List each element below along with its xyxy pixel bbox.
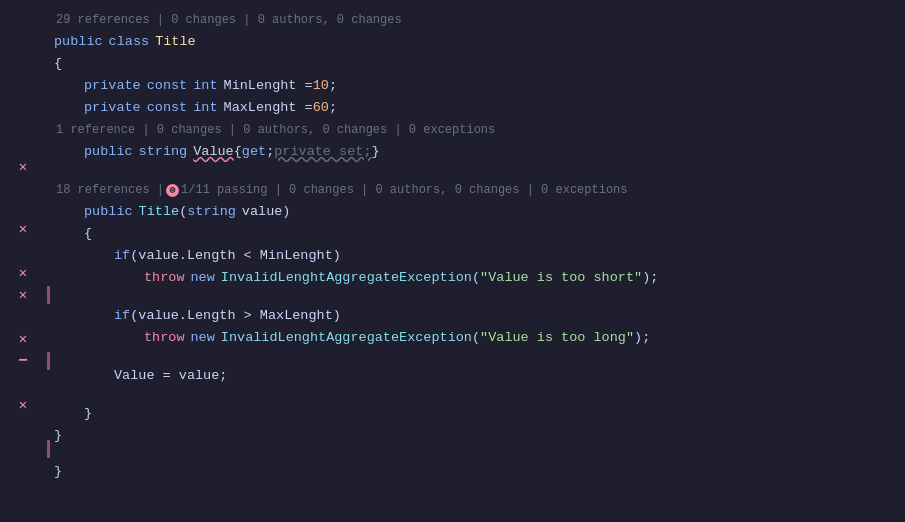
minus-icon: − — [18, 353, 28, 369]
kw-private-set: private set; — [274, 144, 371, 159]
code-line-ctor-close: } — [54, 402, 905, 424]
meta-text-value: 1 reference | 0 changes | 0 authors, 0 c… — [56, 123, 495, 137]
kw-private: private — [84, 78, 141, 93]
gutter-row — [0, 482, 46, 504]
gutter-row — [0, 438, 46, 460]
code-line-min: private const int MinLenght = 10 ; — [54, 74, 905, 96]
method-title: Title — [139, 204, 180, 219]
kw-if1: if — [114, 248, 130, 263]
code-line-throw-short: throw new InvalidLenghtAggregateExceptio… — [54, 266, 905, 288]
gutter-row — [0, 94, 46, 116]
gutter-row — [0, 372, 46, 394]
kw-throw2: throw — [144, 330, 185, 345]
kw-int2: int — [193, 100, 217, 115]
kw-new1: new — [191, 270, 215, 285]
paren-open2: ( — [472, 330, 480, 345]
gutter-row — [0, 178, 46, 200]
meta-references-top: 29 references | 0 changes | 0 authors, 0… — [54, 10, 905, 30]
error-icon: ✕ — [19, 332, 27, 346]
gutter-row — [0, 504, 46, 522]
kw-string2: string — [187, 204, 236, 219]
kw-public3: public — [84, 204, 133, 219]
brace-ns-close: } — [54, 464, 62, 479]
meta-text: 29 references | 0 changes | 0 authors, 0… — [56, 13, 402, 27]
string-too-long: "Value is too long" — [480, 330, 634, 345]
code-line-empty2 — [54, 288, 905, 304]
error-badge: ⊗ — [166, 184, 179, 197]
code-line-class-close: } — [54, 424, 905, 446]
gutter-row — [0, 460, 46, 482]
exception-class1: InvalidLenghtAggregateException — [221, 270, 472, 285]
gutter: ✕ ✕ ✕ ✕ ✕ − ✕ — [0, 4, 46, 522]
code-line-value-assign: Value = value; — [54, 364, 905, 386]
code-line-throw-long: throw new InvalidLenghtAggregateExceptio… — [54, 326, 905, 348]
if2-paren: (value.Length > MaxLenght) — [130, 308, 341, 323]
gutter-row-x3: ✕ — [0, 262, 46, 284]
semicolon-get: ; — [266, 144, 274, 159]
code-line-value-prop: public string Value { get ; private set;… — [54, 140, 905, 162]
code-line-empty5 — [54, 446, 905, 460]
brace-ctor-open: { — [84, 226, 92, 241]
code-line-constructor: public Title ( string value) — [54, 200, 905, 222]
gutter-row-x1: ✕ — [0, 156, 46, 178]
brace-class-close: } — [54, 428, 62, 443]
gutter-row — [0, 240, 46, 262]
gutter-row-x5: ✕ — [0, 328, 46, 350]
gutter-row — [0, 416, 46, 438]
gutter-row-x4: ✕ — [0, 284, 46, 306]
assign-stmt: Value = value; — [114, 368, 227, 383]
kw-get: get — [242, 144, 266, 159]
paren-close2: ); — [634, 330, 650, 345]
if1-paren-open: (value.Length < MinLenght) — [130, 248, 341, 263]
code-line-max: private const int MaxLenght = 60 ; — [54, 96, 905, 118]
brace-get-open: { — [234, 144, 242, 159]
kw-private2: private — [84, 100, 141, 115]
keyword-class: class — [109, 34, 150, 49]
gutter-row — [0, 306, 46, 328]
gutter-row-x2: ✕ — [0, 218, 46, 240]
val-10: 10 — [313, 78, 329, 93]
gutter-row — [0, 50, 46, 72]
gutter-row — [0, 116, 46, 138]
kw-int: int — [193, 78, 217, 93]
code-area: 29 references | 0 changes | 0 authors, 0… — [50, 4, 905, 522]
prop-value: Value — [193, 144, 234, 159]
gutter-row-x6: ✕ — [0, 394, 46, 416]
kw-string: string — [139, 144, 188, 159]
code-line-open-brace: { — [54, 52, 905, 74]
paren-open1: ( — [472, 270, 480, 285]
brace-get-close: } — [371, 144, 379, 159]
exception-class2: InvalidLenghtAggregateException — [221, 330, 472, 345]
gutter-row — [0, 72, 46, 94]
kw-public2: public — [84, 144, 133, 159]
code-line-empty3 — [54, 348, 905, 364]
code-line-if-min: if (value.Length < MinLenght) — [54, 244, 905, 266]
code-line-if-max: if (value.Length > MaxLenght) — [54, 304, 905, 326]
val-60: 60 — [313, 100, 329, 115]
gutter-row-dash: − — [0, 350, 46, 372]
code-line-class-decl: public class Title — [54, 30, 905, 52]
error-icon: ✕ — [19, 222, 27, 236]
semicolon: ; — [329, 78, 337, 93]
string-too-short: "Value is too short" — [480, 270, 642, 285]
error-icon: ✕ — [19, 398, 27, 412]
kw-const2: const — [147, 100, 188, 115]
var-minlenght: MinLenght = — [224, 78, 313, 93]
kw-const: const — [147, 78, 188, 93]
meta-text-18: 18 references | — [56, 183, 164, 197]
error-icon: ✕ — [19, 288, 27, 302]
kw-throw1: throw — [144, 270, 185, 285]
code-line-empty4 — [54, 386, 905, 402]
kw-if2: if — [114, 308, 130, 323]
editor-container: ✕ ✕ ✕ ✕ ✕ − ✕ — [0, 0, 905, 522]
error-icon: ✕ — [19, 160, 27, 174]
meta-text-passing: 1/11 passing | 0 changes | 0 authors, 0 … — [181, 183, 627, 197]
code-line-ctor-brace: { — [54, 222, 905, 244]
semicolon2: ; — [329, 100, 337, 115]
brace-open: { — [54, 56, 62, 71]
brace-ctor-close: } — [84, 406, 92, 421]
param-value: value) — [242, 204, 291, 219]
error-icon: ✕ — [19, 266, 27, 280]
paren-close1: ); — [642, 270, 658, 285]
meta-constructor-refs: 18 references | ⊗ 1/11 passing | 0 chang… — [54, 180, 905, 200]
